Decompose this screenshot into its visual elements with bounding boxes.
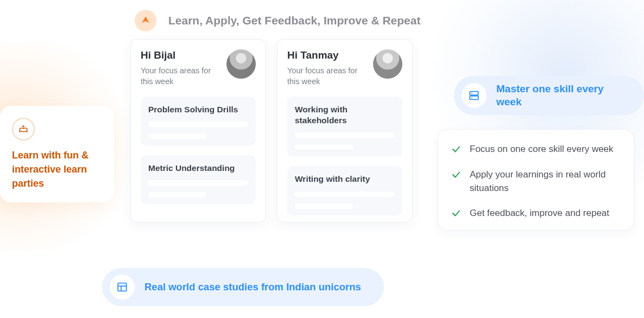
profile-subtitle: Your focus areas for this week — [141, 66, 219, 87]
placeholder-bar — [295, 203, 353, 209]
learn-parties-card: Learn with fun & interactive learn parti… — [0, 106, 114, 202]
profile-card: Hi Tanmay Your focus areas for this week… — [277, 39, 413, 222]
list-item: Focus on one core skill every week — [451, 143, 621, 156]
skill-block: Writing with clarity — [287, 166, 402, 215]
master-skill-text: Master one skill every week — [496, 82, 624, 109]
case-studies-text: Real world case studies from Indian unic… — [144, 281, 361, 294]
svg-point-0 — [22, 125, 24, 128]
profile-greeting: Hi Tanmay — [287, 49, 366, 61]
skill-block: Problem Solving Drills — [141, 97, 256, 145]
check-icon — [451, 208, 461, 220]
learn-parties-title: Learn with fun & interactive learn parti… — [12, 148, 102, 190]
check-icon — [451, 144, 461, 156]
placeholder-bar — [148, 180, 248, 186]
benefit-text: Focus on one core skill every week — [470, 143, 614, 156]
mock-app: Hi Bijal Your focus areas for this week … — [130, 39, 424, 222]
profile-subtitle: Your focus areas for this week — [287, 66, 366, 87]
profile-card: Hi Bijal Your focus areas for this week … — [130, 39, 266, 222]
svg-rect-5 — [470, 96, 478, 99]
profile-header: Hi Tanmay Your focus areas for this week — [287, 49, 402, 87]
list-item: Apply your learnings in real world situa… — [451, 168, 621, 195]
check-icon — [451, 170, 461, 182]
benefits-panel: Focus on one core skill every week Apply… — [438, 129, 634, 231]
arrow-up-icon — [135, 10, 156, 31]
list-item: Get feedback, improve and repeat — [451, 207, 621, 220]
skill-title: Working with stakeholders — [295, 104, 395, 126]
placeholder-bar — [295, 144, 353, 150]
placeholder-bar — [148, 133, 206, 139]
svg-rect-4 — [470, 91, 478, 94]
page-title: Learn, Apply, Get Feedback, Improve & Re… — [168, 14, 420, 27]
profile-greeting: Hi Bijal — [141, 49, 219, 61]
page-header: Learn, Apply, Get Feedback, Improve & Re… — [135, 10, 420, 31]
svg-point-6 — [471, 93, 472, 94]
svg-point-7 — [471, 97, 472, 98]
skill-title: Writing with clarity — [295, 174, 395, 185]
avatar — [226, 49, 256, 79]
placeholder-bar — [148, 122, 248, 127]
skill-block: Metric Understanding — [141, 155, 256, 204]
benefit-text: Apply your learnings in real world situa… — [470, 168, 621, 195]
book-reader-icon — [12, 118, 35, 141]
skill-title: Metric Understanding — [148, 163, 248, 174]
placeholder-bar — [295, 192, 395, 197]
case-studies-pill: Real world case studies from Indian unic… — [102, 268, 384, 306]
placeholder-bar — [148, 192, 206, 198]
profile-cards: Hi Bijal Your focus areas for this week … — [130, 39, 424, 222]
skill-title: Problem Solving Drills — [148, 104, 248, 115]
benefits-list: Focus on one core skill every week Apply… — [451, 143, 621, 220]
benefit-text: Get feedback, improve and repeat — [470, 207, 609, 220]
master-skill-pill: Master one skill every week — [454, 76, 644, 115]
server-icon — [462, 83, 487, 108]
placeholder-bar — [295, 132, 395, 138]
profile-header: Hi Bijal Your focus areas for this week — [141, 49, 256, 87]
layout-icon — [110, 275, 135, 300]
svg-rect-1 — [118, 283, 127, 291]
skill-block: Working with stakeholders — [287, 97, 402, 156]
avatar — [373, 49, 402, 79]
